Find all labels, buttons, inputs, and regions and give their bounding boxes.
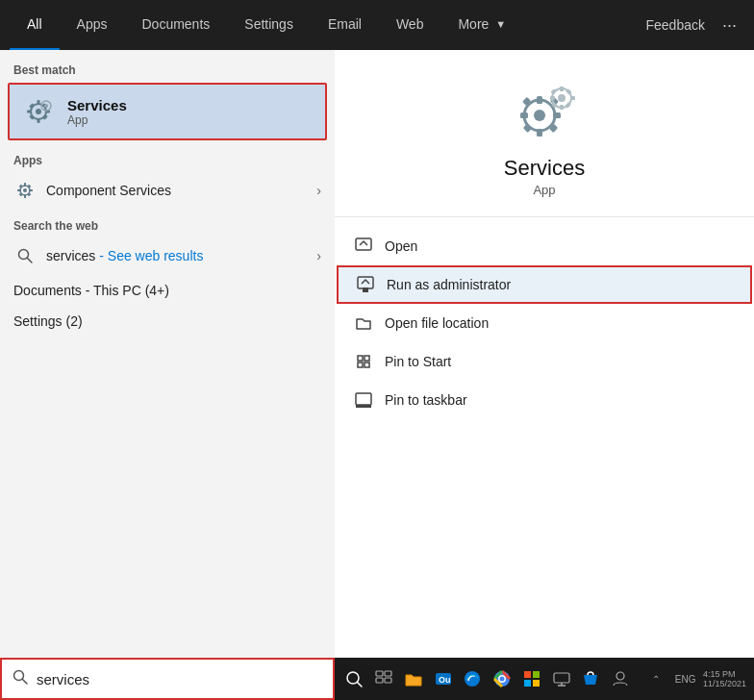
svg-line-23: [28, 259, 33, 263]
run-as-admin-label: Run as administrator: [387, 277, 511, 292]
svg-rect-2: [38, 100, 40, 105]
more-options-button[interactable]: ···: [715, 15, 744, 36]
app-preview: Services App: [335, 50, 754, 217]
open-file-location-button[interactable]: Open file location: [335, 304, 754, 342]
search-input[interactable]: [37, 671, 323, 688]
svg-rect-59: [376, 678, 383, 683]
pin-to-start-label: Pin to Start: [385, 354, 451, 369]
svg-rect-16: [17, 189, 21, 191]
web-search-sub: - See web results: [99, 248, 203, 263]
svg-rect-17: [29, 189, 33, 191]
open-button[interactable]: Open: [335, 227, 754, 265]
svg-line-56: [358, 683, 363, 688]
svg-point-66: [500, 677, 505, 682]
svg-rect-67: [524, 671, 531, 678]
taskbar-photos-button[interactable]: [520, 662, 544, 696]
open-icon: [354, 237, 373, 256]
taskbar-people-button[interactable]: [609, 662, 633, 696]
svg-rect-45: [358, 277, 373, 288]
tab-email[interactable]: Email: [311, 0, 379, 50]
svg-text:Ou: Ou: [439, 675, 451, 685]
svg-rect-71: [554, 673, 569, 683]
svg-point-13: [23, 188, 27, 192]
run-as-admin-button[interactable]: Run as administrator: [337, 265, 752, 304]
context-menu: Open Run as administrator: [335, 217, 754, 429]
best-match-label: Best match: [0, 50, 335, 83]
pin-taskbar-icon: [354, 390, 373, 410]
component-services-item[interactable]: Component Services ›: [0, 171, 335, 210]
best-match-name: Services: [67, 97, 127, 113]
svg-point-1: [36, 109, 41, 114]
pin-to-taskbar-label: Pin to taskbar: [385, 392, 467, 408]
svg-rect-14: [24, 183, 26, 187]
tab-documents[interactable]: Documents: [124, 0, 227, 50]
svg-rect-52: [356, 405, 371, 408]
run-as-admin-icon: [356, 275, 375, 294]
svg-rect-50: [364, 362, 369, 367]
taskbar-search-button[interactable]: [342, 662, 366, 696]
documents-item[interactable]: Documents - This PC (4+): [0, 275, 335, 306]
app-preview-icon: [506, 79, 583, 146]
taskbar-store-button[interactable]: [579, 662, 603, 696]
svg-point-74: [616, 672, 624, 680]
taskbar-explorer-button[interactable]: [402, 662, 426, 696]
settings-item[interactable]: Settings (2): [0, 306, 335, 337]
svg-rect-15: [24, 194, 26, 198]
pin-start-icon: [354, 352, 373, 371]
web-search-text: services - See web results: [46, 248, 307, 263]
tab-settings[interactable]: Settings: [227, 0, 311, 50]
taskbar-taskview-button[interactable]: [372, 662, 396, 696]
taskbar-clock-button[interactable]: 4:15 PM11/15/2021: [703, 662, 746, 696]
svg-rect-57: [376, 671, 383, 676]
tab-web[interactable]: Web: [379, 0, 441, 50]
chevron-down-icon: ▼: [495, 18, 506, 30]
svg-rect-60: [385, 678, 391, 683]
top-nav: All Apps Documents Settings Email Web Mo…: [0, 0, 754, 50]
left-panel: Best match: [0, 50, 335, 700]
svg-point-25: [534, 110, 545, 121]
svg-rect-68: [533, 671, 540, 678]
svg-rect-27: [537, 129, 542, 137]
svg-rect-3: [38, 118, 40, 123]
svg-rect-48: [364, 356, 369, 361]
feedback-button[interactable]: Feedback: [637, 17, 715, 33]
right-panel: Services App Open: [335, 50, 754, 700]
svg-rect-49: [358, 362, 363, 367]
svg-rect-33: [523, 124, 532, 133]
component-services-label: Component Services: [46, 183, 307, 198]
svg-line-54: [23, 680, 28, 685]
taskbar-outlook-button[interactable]: Ou: [431, 662, 455, 696]
pin-to-start-button[interactable]: Pin to Start: [335, 342, 754, 381]
taskbar-remote-button[interactable]: [549, 662, 573, 696]
best-match-sub: App: [67, 113, 127, 127]
svg-rect-69: [524, 680, 531, 687]
main-area: Best match: [0, 50, 754, 700]
best-match-services[interactable]: Services App: [8, 83, 327, 140]
svg-rect-38: [550, 96, 555, 100]
open-file-location-label: Open file location: [385, 315, 489, 331]
component-services-icon: [13, 179, 37, 202]
pin-to-taskbar-button[interactable]: Pin to taskbar: [335, 381, 754, 419]
taskbar-tray-button[interactable]: ⌃: [644, 662, 668, 696]
svg-rect-39: [570, 96, 575, 100]
taskbar: Ou: [335, 658, 754, 700]
taskbar-edge-button[interactable]: [461, 662, 485, 696]
search-bar: [0, 658, 335, 700]
tab-apps[interactable]: Apps: [60, 0, 125, 50]
svg-point-11: [44, 104, 48, 108]
svg-rect-4: [27, 111, 32, 113]
taskbar-language-button[interactable]: ENG: [673, 662, 697, 696]
svg-point-35: [558, 94, 566, 102]
svg-rect-44: [356, 238, 371, 250]
svg-rect-70: [533, 680, 540, 687]
svg-rect-47: [358, 356, 363, 361]
taskbar-chrome-button[interactable]: [490, 662, 515, 696]
svg-rect-8: [29, 114, 35, 120]
best-match-text: Services App: [67, 97, 127, 127]
search-web-label: Search the web: [0, 210, 335, 237]
web-search-item[interactable]: services - See web results ›: [0, 237, 335, 275]
svg-rect-29: [553, 112, 561, 118]
tab-all[interactable]: All: [10, 0, 60, 50]
tab-more[interactable]: More ▼: [440, 0, 523, 50]
svg-rect-51: [356, 393, 371, 405]
